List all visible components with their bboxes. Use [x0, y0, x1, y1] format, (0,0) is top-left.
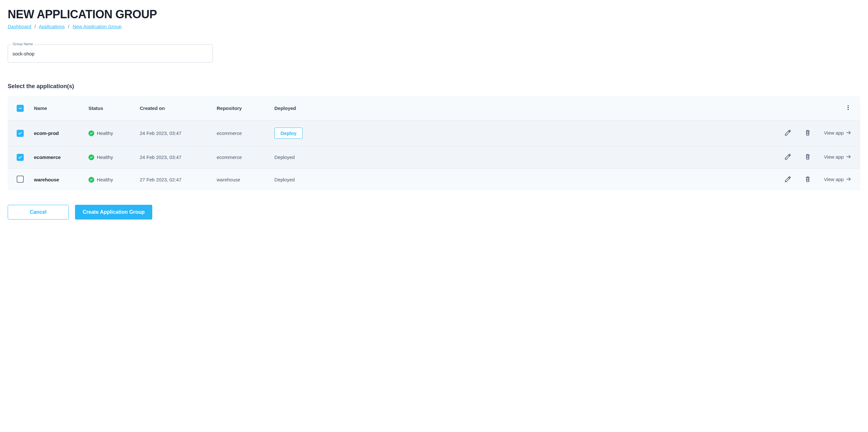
cell-name: warehouse — [29, 168, 83, 191]
header-checkbox[interactable] — [17, 105, 24, 112]
cell-deployed: Deployed — [269, 168, 340, 191]
status-text: Healthy — [97, 130, 113, 136]
view-app-link[interactable]: View app — [824, 154, 851, 160]
group-name-label: Group Name — [11, 42, 34, 46]
svg-point-3 — [847, 109, 848, 110]
deploy-button[interactable]: Deploy — [274, 128, 303, 139]
cell-actions: View app — [340, 168, 860, 191]
col-header-status: Status — [83, 96, 135, 121]
view-app-label: View app — [824, 177, 844, 182]
arrow-right-icon — [845, 130, 851, 135]
create-application-group-button[interactable]: Create Application Group — [75, 205, 152, 219]
status-healthy-icon — [89, 177, 94, 183]
cell-created: 24 Feb 2023, 03:47 — [135, 121, 212, 146]
view-app-label: View app — [824, 130, 844, 135]
cell-actions: View app — [340, 121, 860, 146]
cell-repository: warehouse — [212, 168, 269, 191]
table-row: ecommerceHealthy24 Feb 2023, 03:47ecomme… — [8, 146, 860, 168]
table-menu-icon[interactable] — [845, 106, 851, 112]
delete-icon[interactable] — [804, 176, 811, 183]
cell-status: Healthy — [83, 121, 135, 146]
group-name-input[interactable] — [8, 44, 213, 62]
view-app-link[interactable]: View app — [824, 176, 851, 182]
col-header-name: Name — [29, 96, 83, 121]
col-header-deployed: Deployed — [269, 96, 340, 121]
cell-name: ecom-prod — [29, 121, 83, 146]
view-app-label: View app — [824, 154, 844, 160]
select-applications-heading: Select the application(s) — [8, 83, 860, 90]
delete-icon[interactable] — [804, 129, 811, 136]
cell-deployed: Deploy — [269, 121, 340, 146]
status-text: Healthy — [97, 177, 113, 182]
arrow-right-icon — [845, 154, 851, 160]
applications-table: Name Status Created on Repository Deploy… — [8, 96, 860, 191]
col-header-created: Created on — [135, 96, 212, 121]
cell-deployed: Deployed — [269, 146, 340, 168]
cell-created: 27 Feb 2023, 02:47 — [135, 168, 212, 191]
svg-point-2 — [847, 107, 848, 108]
row-checkbox[interactable] — [17, 130, 24, 137]
svg-point-1 — [847, 105, 848, 106]
cancel-button[interactable]: Cancel — [8, 205, 69, 219]
edit-icon[interactable] — [784, 176, 792, 183]
cell-name: ecommerce — [29, 146, 83, 168]
row-checkbox[interactable] — [17, 154, 24, 161]
edit-icon[interactable] — [784, 153, 792, 160]
group-name-field-wrap: Group Name — [8, 44, 213, 62]
cell-status: Healthy — [83, 146, 135, 168]
status-healthy-icon — [89, 130, 94, 136]
status-text: Healthy — [97, 154, 113, 160]
status-healthy-icon — [89, 154, 94, 160]
row-checkbox[interactable] — [17, 176, 24, 183]
table-body: ecom-prodHealthy24 Feb 2023, 03:47ecomme… — [8, 121, 860, 191]
breadcrumb-dashboard[interactable]: Dashboard — [8, 24, 31, 29]
cell-repository: ecommerce — [212, 121, 269, 146]
arrow-right-icon — [845, 176, 851, 182]
page-title: NEW APPLICATION GROUP — [8, 8, 860, 21]
cell-actions: View app — [340, 146, 860, 168]
breadcrumb-separator: / — [68, 24, 69, 29]
breadcrumb-applications[interactable]: Applications — [39, 24, 65, 29]
breadcrumb-separator: / — [35, 24, 36, 29]
footer-actions: Cancel Create Application Group — [8, 205, 860, 219]
cell-created: 24 Feb 2023, 03:47 — [135, 146, 212, 168]
table-row: warehouseHealthy27 Feb 2023, 02:47wareho… — [8, 168, 860, 191]
breadcrumb: Dashboard / Applications / New Applicati… — [8, 24, 860, 29]
delete-icon[interactable] — [804, 153, 811, 160]
edit-icon[interactable] — [784, 129, 792, 136]
breadcrumb-new-application-group[interactable]: New Application Group — [72, 24, 122, 29]
view-app-link[interactable]: View app — [824, 130, 851, 135]
cell-status: Healthy — [83, 168, 135, 191]
table-row: ecom-prodHealthy24 Feb 2023, 03:47ecomme… — [8, 121, 860, 146]
cell-repository: ecommerce — [212, 146, 269, 168]
col-header-repository: Repository — [212, 96, 269, 121]
